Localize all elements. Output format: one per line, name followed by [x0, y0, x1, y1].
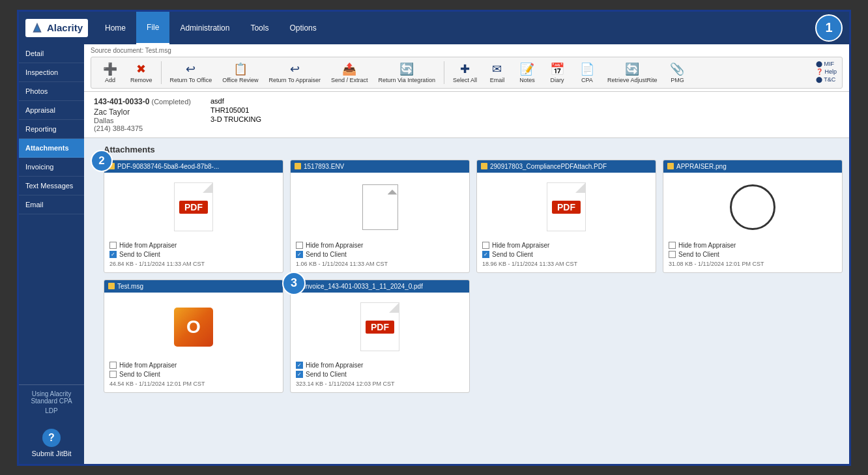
- sidebar-item-attachments[interactable]: Attachments: [19, 139, 84, 158]
- send-client-cb-2[interactable]: [296, 251, 303, 258]
- content-area: Source document: Test.msg ➕ Add ✖ Remove…: [84, 44, 849, 464]
- mif-link[interactable]: ⬤ MIF: [816, 61, 837, 67]
- remove-label: Remove: [130, 77, 152, 83]
- nav-options[interactable]: Options: [279, 12, 326, 44]
- attachments-grid-row1: PDF-90838746-5ba8-4eod-87b8-... PDF: [104, 160, 843, 273]
- pdf-icon-3: PDF: [547, 182, 586, 231]
- send-client-row-4: Send to Client: [669, 251, 837, 258]
- card-checkboxes-2: Hide from Appraiser Send to Client 1.06 …: [296, 242, 464, 267]
- attachment-card-4: APPRAISER.png Hide fro: [663, 160, 843, 273]
- send-extract-label: Send / Extract: [331, 77, 368, 83]
- card-checkboxes-4: Hide from Appraiser Send to Client 31.08…: [669, 242, 837, 267]
- toolbar-area: Source document: Test.msg ➕ Add ✖ Remove…: [84, 44, 849, 92]
- file-preview-4[interactable]: [727, 178, 779, 237]
- send-client-row-5: Send to Client: [109, 371, 278, 378]
- card-body-3: PDF Hide from Appraiser: [477, 173, 656, 272]
- diary-label: Diary: [550, 77, 564, 83]
- toolbar-select-all[interactable]: ✚ Select All: [449, 60, 481, 85]
- attachment-card-3: 290917803_CompliancePDFAttach.PDF PDF: [476, 160, 656, 273]
- toolbar-diary[interactable]: 📅 Diary: [543, 60, 571, 85]
- sidebar-item-email[interactable]: Email: [19, 195, 84, 214]
- notes-icon: 📝: [520, 62, 534, 76]
- toolbar-return-to-appraiser[interactable]: ↩ Return To Appraiser: [265, 60, 325, 85]
- attachment-card-6: Invoice_143-401-0033_1_11_2024_0.pdf PDF: [290, 280, 470, 393]
- toolbar-remove[interactable]: ✖ Remove: [126, 60, 156, 85]
- return-integration-label: Return Via Integration: [379, 77, 435, 83]
- toolbar-office-review[interactable]: 📋 Office Review: [218, 60, 262, 85]
- info-panel: 143-401-0033-0 (Completed) Zac Taylor Da…: [84, 92, 849, 138]
- sidebar-item-appraisal[interactable]: Appraisal: [19, 101, 84, 120]
- add-icon: ➕: [103, 62, 117, 76]
- hide-appraiser-cb-3[interactable]: [482, 242, 489, 249]
- nav-administration[interactable]: Administration: [169, 12, 240, 44]
- card-header-icon-4: [667, 163, 674, 169]
- card-checkboxes-6: Hide from Appraiser Send to Client 323.1…: [296, 362, 464, 387]
- submit-jibit-label: Submit JitBit: [31, 450, 71, 457]
- file-size-date-2: 1.06 KB - 1/11/2024 11:33 AM CST: [296, 261, 464, 267]
- claim-name: Zac Taylor: [94, 108, 191, 117]
- file-preview-5[interactable]: O: [167, 298, 220, 356]
- nav-tools[interactable]: Tools: [240, 12, 279, 44]
- toolbar-sep-2: [444, 61, 444, 84]
- send-client-cb-1[interactable]: [109, 251, 117, 258]
- file-preview-1[interactable]: PDF: [167, 178, 220, 237]
- tc-link[interactable]: ⬤ T&C: [816, 76, 837, 83]
- hide-appraiser-label-4: Hide from Appraiser: [678, 242, 736, 249]
- main-content: Attachments 2 PDF-90838746-5ba8-4eod-87b…: [84, 138, 849, 464]
- help-link[interactable]: ❓ Help: [816, 68, 837, 75]
- email-icon: ✉: [492, 62, 502, 76]
- toolbar-retrieve-adjustrite[interactable]: 🔄 Retrieve AdjustRite: [603, 60, 661, 85]
- diary-icon: 📅: [550, 62, 564, 76]
- sidebar-item-invoicing[interactable]: Invoicing: [19, 158, 84, 177]
- file-preview-3[interactable]: PDF: [540, 178, 592, 237]
- sidebar-item-text-messages[interactable]: Text Messages: [19, 177, 84, 195]
- hide-appraiser-label-1: Hide from Appraiser: [119, 242, 177, 249]
- file-preview-6[interactable]: PDF: [354, 298, 406, 356]
- hide-appraiser-cb-2[interactable]: [296, 242, 303, 249]
- sidebar-link-ldp[interactable]: LDP: [24, 407, 79, 414]
- cpa-label: CPA: [581, 77, 593, 83]
- toolbar: ➕ Add ✖ Remove ↩ Return To Office 📋 Of: [91, 57, 843, 89]
- send-client-label-5: Send to Client: [119, 371, 160, 378]
- pdf-icon-1: PDF: [174, 182, 213, 231]
- section-title: Attachments: [91, 145, 843, 154]
- submit-jibit[interactable]: ? Submit JitBit: [19, 422, 84, 464]
- toolbar-cpa[interactable]: 📄 CPA: [573, 60, 601, 85]
- nav-right: 1: [815, 14, 843, 42]
- sidebar-item-photos[interactable]: Photos: [19, 82, 84, 101]
- sidebar-item-detail[interactable]: Detail: [19, 44, 84, 63]
- hide-appraiser-cb-5[interactable]: [109, 362, 117, 369]
- sidebar-item-reporting[interactable]: Reporting: [19, 120, 84, 139]
- toolbar-email[interactable]: ✉ Email: [484, 60, 511, 85]
- source-doc: Source document: Test.msg: [91, 47, 843, 54]
- send-client-cb-6[interactable]: [296, 371, 303, 378]
- toolbar-return-to-office[interactable]: ↩ Return To Office: [166, 60, 216, 85]
- send-client-cb-5[interactable]: [109, 371, 117, 378]
- hide-appraiser-row-4: Hide from Appraiser: [669, 242, 837, 249]
- send-client-cb-3[interactable]: [482, 251, 489, 258]
- toolbar-pmg[interactable]: 📎 PMG: [663, 60, 691, 85]
- nav-items: Home File Administration Tools Options: [94, 12, 327, 44]
- toolbar-sep-1: [161, 61, 162, 84]
- toolbar-return-via-integration[interactable]: 🔄 Return Via Integration: [375, 60, 439, 85]
- cpa-icon: 📄: [580, 62, 594, 76]
- toolbar-send-extract[interactable]: 📤 Send / Extract: [327, 60, 372, 85]
- card-header-1: PDF-90838746-5ba8-4eod-87b8-...: [104, 160, 283, 173]
- pdf-icon-6: PDF: [360, 302, 399, 351]
- toolbar-notes[interactable]: 📝 Notes: [514, 60, 541, 85]
- nav-file[interactable]: File: [136, 12, 169, 44]
- pmg-label: PMG: [671, 77, 684, 83]
- hide-appraiser-cb-1[interactable]: [109, 242, 117, 249]
- file-preview-2[interactable]: [354, 178, 406, 237]
- return-office-icon: ↩: [186, 62, 195, 76]
- hide-appraiser-cb-6[interactable]: [296, 362, 303, 369]
- toolbar-add[interactable]: ➕ Add: [96, 60, 124, 85]
- hide-appraiser-cb-4[interactable]: [669, 242, 676, 249]
- sidebar-item-inspection[interactable]: Inspection: [19, 63, 84, 82]
- claim-extra: asdf THR105001 3-D TRUCKING: [210, 97, 261, 132]
- sidebar-link-alacrity-cpa[interactable]: Using AlacrityStandard CPA: [24, 390, 79, 405]
- select-all-label: Select All: [453, 77, 477, 83]
- nav-home[interactable]: Home: [94, 12, 136, 44]
- send-client-cb-4[interactable]: [669, 251, 676, 258]
- card-filename-4: APPRAISER.png: [676, 163, 727, 170]
